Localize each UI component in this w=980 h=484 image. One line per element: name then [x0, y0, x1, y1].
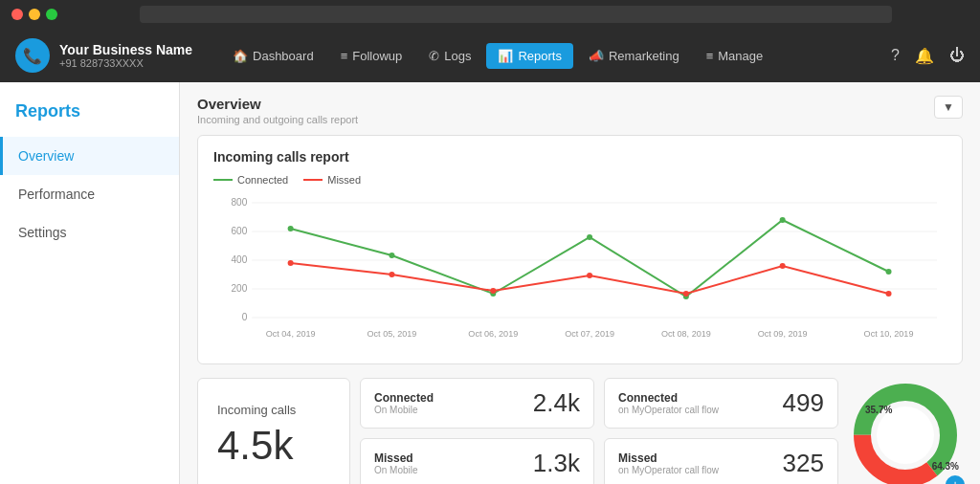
svg-point-17 — [288, 226, 294, 231]
missed-flow-label: Missed — [618, 451, 719, 465]
filter-button[interactable]: ▼ — [934, 96, 963, 119]
incoming-calls-value: 4.5k — [217, 423, 330, 469]
stat-card-missed-flow: Missed on MyOperator call flow 325 — [604, 438, 838, 484]
help-icon[interactable]: ? — [891, 47, 900, 64]
svg-text:Oct 08, 2019: Oct 08, 2019 — [661, 329, 711, 339]
svg-point-33 — [877, 407, 934, 464]
connected-mobile-value: 2.4k — [533, 388, 580, 418]
nav-manage[interactable]: ≡ Manage — [695, 43, 775, 69]
missed-mobile-value: 1.3k — [533, 449, 580, 478]
connected-flow-value: 499 — [783, 388, 824, 418]
svg-point-20 — [587, 234, 592, 240]
svg-point-27 — [587, 273, 592, 278]
svg-point-23 — [886, 269, 892, 275]
chart-legend: Connected Missed — [213, 174, 947, 186]
stat-card-row-2: Missed On Mobile 1.3k Missed on MyOperat… — [360, 438, 838, 484]
svg-text:0: 0 — [242, 312, 248, 322]
svg-point-24 — [288, 260, 294, 266]
svg-point-18 — [389, 253, 394, 258]
svg-text:Oct 10, 2019: Oct 10, 2019 — [864, 329, 914, 339]
navbar: 📞 Your Business Name +91 828733XXXX 🏠 Da… — [0, 29, 980, 82]
legend-connected-label: Connected — [237, 174, 288, 186]
sidebar-title: Reports — [0, 92, 179, 137]
stats-row: Incoming calls 4.5k Connected On Mobile … — [197, 378, 963, 484]
power-icon[interactable]: ⏻ — [949, 47, 965, 64]
sidebar-item-settings[interactable]: Settings — [0, 213, 179, 252]
nav-dashboard[interactable]: 🏠 Dashboard — [221, 43, 325, 69]
brand-phone: +91 828733XXXX — [59, 57, 192, 69]
missed-flow-value: 325 — [783, 449, 824, 478]
svg-text:400: 400 — [231, 254, 247, 265]
missed-flow-sub: on MyOperator call flow — [618, 465, 719, 475]
connected-flow-sub: on MyOperator call flow — [618, 405, 719, 415]
svg-text:Oct 07, 2019: Oct 07, 2019 — [565, 329, 614, 339]
breadcrumb-subtitle: Incoming and outgoing calls report — [197, 114, 358, 125]
brand-text: Your Business Name +91 828733XXXX — [59, 42, 192, 69]
stat-card-missed-mobile: Missed On Mobile 1.3k — [360, 438, 594, 484]
nav-logs[interactable]: ✆ Logs — [417, 43, 482, 69]
main-content: Overview Incoming and outgoing calls rep… — [180, 82, 980, 484]
donut-chart: 35.7% 64.3% + — [848, 378, 963, 484]
donut-green-label: 64.3% — [932, 461, 959, 472]
sidebar-item-overview[interactable]: Overview — [0, 137, 179, 175]
line-chart: 800 600 400 200 0 Oct 04, 2019 Oct 05, 2… — [213, 193, 947, 346]
svg-text:Oct 09, 2019: Oct 09, 2019 — [758, 329, 808, 339]
svg-text:200: 200 — [231, 283, 247, 294]
address-bar[interactable] — [140, 6, 892, 23]
stat-incoming-calls: Incoming calls 4.5k — [197, 378, 350, 484]
stat-card-row-1: Connected On Mobile 2.4k Connected on My… — [360, 378, 838, 429]
sidebar: Reports Overview Performance Settings — [0, 82, 180, 484]
svg-text:Oct 04, 2019: Oct 04, 2019 — [266, 329, 316, 339]
brand-icon: 📞 — [15, 38, 50, 73]
legend-connected-line — [213, 179, 233, 181]
svg-point-29 — [780, 263, 786, 269]
svg-text:800: 800 — [231, 197, 247, 208]
svg-text:Oct 06, 2019: Oct 06, 2019 — [468, 329, 518, 339]
os-topbar — [0, 0, 980, 29]
sidebar-item-performance[interactable]: Performance — [0, 175, 179, 213]
maximize-btn[interactable] — [46, 9, 57, 20]
nav-links: 🏠 Dashboard ≡ Followup ✆ Logs 📊 Reports … — [221, 43, 891, 69]
breadcrumb-section: Overview Incoming and outgoing calls rep… — [197, 96, 963, 125]
svg-text:600: 600 — [231, 226, 247, 236]
svg-point-25 — [389, 272, 394, 277]
missed-mobile-sub: On Mobile — [374, 465, 418, 475]
brand: 📞 Your Business Name +91 828733XXXX — [15, 38, 192, 73]
svg-point-28 — [683, 291, 689, 297]
chart-section: Incoming calls report Connected Missed — [197, 135, 963, 364]
legend-connected: Connected — [213, 174, 288, 186]
nav-followup[interactable]: ≡ Followup — [329, 43, 414, 69]
svg-point-22 — [780, 217, 786, 223]
nav-remarketing[interactable]: 📣 Remarketing — [577, 43, 691, 69]
incoming-calls-label: Incoming calls — [217, 403, 330, 417]
stat-card-connected-flow: Connected on MyOperator call flow 499 — [604, 378, 838, 429]
svg-point-26 — [490, 288, 496, 294]
connected-mobile-sub: On Mobile — [374, 405, 434, 415]
missed-mobile-label: Missed — [374, 451, 418, 465]
breadcrumb: Overview Incoming and outgoing calls rep… — [197, 96, 358, 125]
bell-icon[interactable]: 🔔 — [915, 47, 934, 65]
nav-reports[interactable]: 📊 Reports — [486, 43, 573, 69]
legend-missed-label: Missed — [327, 174, 361, 186]
stat-card-connected-mobile: Connected On Mobile 2.4k — [360, 378, 594, 429]
breadcrumb-title: Overview — [197, 96, 358, 112]
layout: Reports Overview Performance Settings Ov… — [0, 82, 980, 484]
connected-mobile-label: Connected — [374, 391, 434, 405]
close-btn[interactable] — [11, 9, 23, 20]
legend-missed: Missed — [303, 174, 361, 186]
svg-text:Oct 05, 2019: Oct 05, 2019 — [368, 329, 417, 339]
svg-point-30 — [886, 291, 892, 297]
donut-red-label: 35.7% — [865, 405, 892, 415]
connected-flow-label: Connected — [618, 391, 719, 405]
nav-right: ? 🔔 ⏻ — [891, 47, 965, 65]
minimize-btn[interactable] — [29, 9, 40, 20]
stat-cards: Connected On Mobile 2.4k Connected on My… — [360, 378, 838, 484]
brand-name: Your Business Name — [59, 42, 192, 57]
chart-title: Incoming calls report — [213, 149, 947, 165]
legend-missed-line — [303, 179, 323, 181]
